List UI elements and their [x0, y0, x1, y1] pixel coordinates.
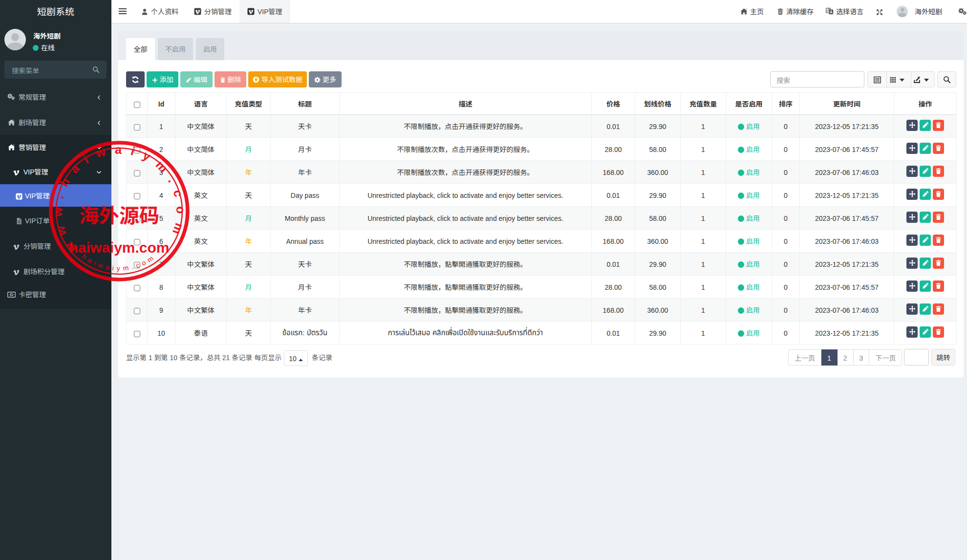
svg-text:haiwaiym.com: haiwaiym.com: [69, 239, 169, 256]
svg-text:海外源码: 海外源码: [79, 199, 159, 229]
